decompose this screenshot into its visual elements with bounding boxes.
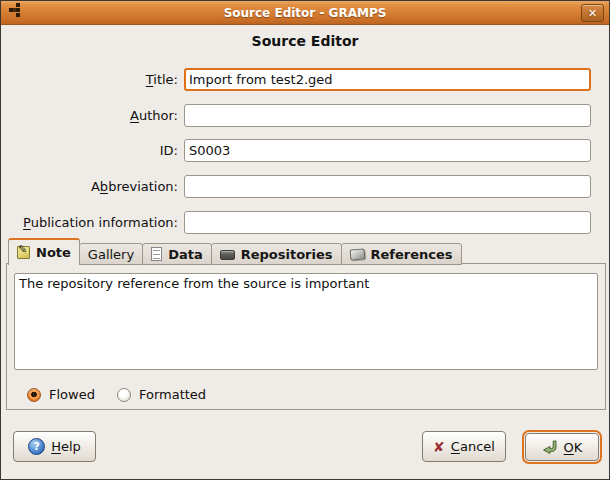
title-label: Title: bbox=[1, 68, 178, 91]
author-input[interactable] bbox=[184, 104, 591, 127]
title-input[interactable] bbox=[184, 68, 591, 91]
repositories-icon bbox=[220, 250, 235, 260]
close-icon: ✕ bbox=[588, 7, 597, 20]
cancel-icon: ✘ bbox=[433, 440, 445, 454]
note-format-options: Flowed Formatted bbox=[27, 387, 206, 402]
tab-gallery[interactable]: Gallery bbox=[79, 243, 143, 265]
notebook-tabstrip: ✎ Note Gallery Data Repositories Referen… bbox=[8, 238, 461, 265]
cancel-button[interactable]: ✘ Cancel bbox=[422, 431, 506, 462]
window-title: Source Editor - GRAMPS bbox=[1, 6, 609, 20]
tab-data-label: Data bbox=[168, 247, 203, 262]
abbreviation-input[interactable] bbox=[184, 175, 591, 198]
data-icon bbox=[151, 247, 162, 261]
id-input[interactable] bbox=[184, 139, 591, 162]
tab-note-label: Note bbox=[36, 245, 71, 260]
radio-formatted-dot bbox=[117, 388, 131, 402]
titlebar[interactable]: Source Editor - GRAMPS ✕ bbox=[1, 1, 609, 25]
tab-note[interactable]: ✎ Note bbox=[8, 238, 80, 265]
tab-references-label: References bbox=[371, 247, 453, 262]
ok-button[interactable]: OK bbox=[525, 433, 599, 461]
references-icon bbox=[349, 248, 365, 260]
gramps-window-icon[interactable] bbox=[9, 8, 13, 12]
radio-formatted[interactable]: Formatted bbox=[117, 387, 206, 402]
author-label: Author: bbox=[1, 104, 178, 127]
note-icon: ✎ bbox=[17, 246, 30, 259]
radio-flowed[interactable]: Flowed bbox=[27, 387, 95, 402]
cancel-button-label: Cancel bbox=[451, 439, 495, 454]
help-button-label: Help bbox=[51, 439, 81, 454]
tab-references[interactable]: References bbox=[341, 243, 462, 265]
abbreviation-label: Abbreviation: bbox=[1, 175, 178, 198]
id-label: ID: bbox=[1, 139, 178, 162]
help-icon: ? bbox=[28, 438, 45, 455]
tab-gallery-label: Gallery bbox=[88, 247, 134, 262]
tab-repositories[interactable]: Repositories bbox=[211, 243, 342, 265]
ok-button-label: OK bbox=[564, 440, 583, 455]
close-button[interactable]: ✕ bbox=[581, 4, 604, 22]
source-editor-window: Source Editor - GRAMPS ✕ Source Editor T… bbox=[0, 0, 610, 480]
publication-input[interactable] bbox=[184, 211, 591, 234]
note-textarea[interactable]: The repository reference from the source… bbox=[14, 273, 598, 370]
radio-flowed-label: Flowed bbox=[49, 387, 95, 402]
radio-formatted-label: Formatted bbox=[139, 387, 206, 402]
publication-label: Publication information: bbox=[1, 211, 178, 234]
dialog-heading: Source Editor bbox=[1, 33, 609, 49]
ok-icon bbox=[542, 439, 558, 455]
radio-flowed-dot bbox=[27, 388, 41, 402]
tab-data[interactable]: Data bbox=[142, 243, 212, 265]
help-button[interactable]: ? Help bbox=[13, 431, 96, 462]
tab-repositories-label: Repositories bbox=[241, 247, 333, 262]
